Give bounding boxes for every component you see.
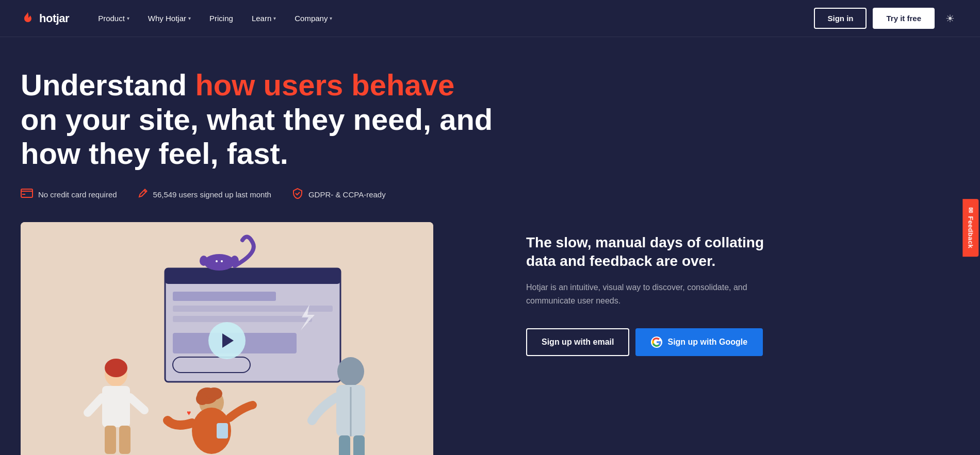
badge-text-credit: No credit card required — [38, 190, 117, 199]
logo[interactable]: hotjar — [21, 11, 69, 26]
trust-badge-gdpr: GDPR- & CCPA-ready — [292, 188, 386, 201]
svg-rect-22 — [105, 426, 116, 454]
hero-title-highlight: how users behave — [195, 68, 454, 102]
badge-text-gdpr: GDPR- & CCPA-ready — [308, 190, 386, 199]
play-triangle-icon — [222, 333, 234, 348]
right-section: The slow, manual days of collating data … — [526, 68, 774, 455]
svg-point-15 — [216, 260, 218, 262]
svg-text:♥: ♥ — [187, 409, 191, 417]
badge-text-users: 56,549 users signed up last month — [153, 190, 271, 199]
shield-icon — [292, 188, 303, 201]
theme-toggle-button[interactable]: ☀ — [941, 9, 959, 28]
credit-card-icon — [21, 189, 33, 200]
svg-point-27 — [206, 387, 222, 400]
nav-actions: Sign in Try it free ☀ — [814, 8, 959, 29]
nav-item-product[interactable]: Product ▾ — [90, 10, 138, 27]
svg-rect-6 — [173, 292, 276, 301]
signup-google-button[interactable]: Sign up with Google — [635, 328, 763, 356]
chevron-down-icon: ▾ — [127, 15, 129, 21]
nav-items: Product ▾ Why Hotjar ▾ Pricing Learn ▾ C… — [90, 10, 814, 27]
svg-rect-10 — [173, 357, 250, 373]
signup-buttons: Sign up with email Sign up with Google — [526, 328, 774, 356]
nav-item-pricing[interactable]: Pricing — [201, 10, 241, 27]
trust-badge-users: 56,549 users signed up last month — [138, 188, 271, 201]
nav-item-company[interactable]: Company ▾ — [286, 10, 340, 27]
svg-point-31 — [337, 357, 364, 386]
nav-item-why-hotjar[interactable]: Why Hotjar ▾ — [140, 10, 199, 27]
trust-badges: No credit card required 56,549 users sig… — [21, 188, 495, 201]
google-logo-icon — [651, 336, 662, 348]
svg-rect-29 — [217, 423, 228, 439]
svg-rect-34 — [339, 435, 350, 455]
chevron-down-icon: ▾ — [188, 15, 191, 21]
nav-item-learn[interactable]: Learn ▾ — [243, 10, 284, 27]
logo-text: hotjar — [39, 12, 69, 25]
svg-point-16 — [221, 260, 223, 262]
chevron-down-icon: ▾ — [330, 15, 332, 21]
right-subtext: Hotjar is an intuitive, visual way to di… — [526, 281, 774, 307]
left-section: Understand how users behave on your site… — [21, 68, 495, 455]
main-content: Understand how users behave on your site… — [0, 37, 980, 455]
signin-button[interactable]: Sign in — [814, 8, 867, 29]
svg-point-12 — [204, 254, 235, 271]
trust-badge-credit-card: No credit card required — [21, 189, 117, 200]
svg-point-18 — [105, 359, 127, 377]
hero-title-end: on your site, what they need, and how th… — [21, 103, 493, 171]
hotjar-logo-icon — [21, 11, 35, 26]
signup-email-button[interactable]: Sign up with email — [526, 328, 629, 356]
svg-rect-5 — [165, 268, 340, 284]
navbar: hotjar Product ▾ Why Hotjar ▾ Pricing Le… — [0, 0, 980, 37]
hero-title: Understand how users behave on your site… — [21, 68, 495, 171]
right-heading: The slow, manual days of collating data … — [526, 233, 774, 271]
svg-rect-8 — [173, 316, 312, 322]
feedback-tab[interactable]: ✉ Feedback — [963, 199, 979, 257]
feedback-envelope-icon: ✉ — [967, 207, 975, 213]
play-button[interactable] — [208, 322, 246, 359]
chevron-down-icon: ▾ — [273, 15, 276, 21]
pencil-icon — [138, 188, 148, 201]
hero-title-start: Understand — [21, 68, 195, 102]
svg-rect-19 — [102, 386, 130, 427]
svg-rect-35 — [353, 435, 365, 455]
video-container[interactable]: ♥ — [21, 222, 433, 455]
svg-point-13 — [200, 256, 208, 266]
svg-rect-23 — [119, 426, 130, 454]
try-free-button[interactable]: Try it free — [873, 8, 935, 29]
svg-rect-0 — [21, 189, 32, 197]
